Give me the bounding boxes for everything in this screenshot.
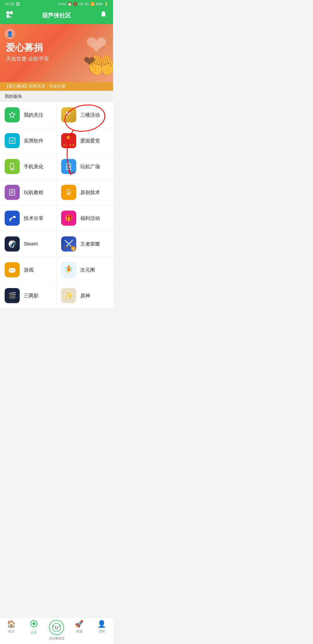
play-tutorial-icon [5, 185, 20, 200]
svg-rect-4 [10, 17, 12, 17]
battery-icon: 🔋 [104, 2, 108, 6]
svg-rect-22 [9, 268, 16, 273]
mute-icon: 🔕 [73, 2, 77, 6]
svg-point-21 [10, 245, 12, 247]
grid-item-useful-software[interactable]: 实用软件 [0, 128, 57, 154]
status-time: 14:20 🖼 [5, 2, 20, 6]
svg-rect-1 [10, 11, 13, 14]
svg-point-26 [14, 271, 15, 272]
status-icons: 0 K/s ⏰ 🔕 HD 4G 📶 89% 🔋 [58, 2, 108, 6]
grid-item-king-glory[interactable]: ⚔️ G 王者荣耀 [57, 231, 113, 257]
third-floor-label: 三楼活动 [80, 112, 100, 118]
svg-rect-0 [6, 11, 9, 14]
patriot-icon: ★★ ★ ★ ★ [61, 133, 76, 148]
genshin-label: 原神 [80, 292, 90, 299]
gaming-label: 游戏 [24, 267, 34, 273]
network-icon: 4G [85, 2, 89, 6]
useful-software-icon [5, 133, 20, 148]
steam-icon [5, 236, 20, 252]
grid-item-phone-beauty[interactable]: 手机美化 [0, 154, 57, 180]
tech-share-label: 技术分享 [24, 215, 43, 222]
banner-sub-text: 天佑甘肃 众盼平安 [6, 55, 49, 62]
svg-point-25 [13, 270, 14, 271]
grid-item-third-floor[interactable]: 三楼活动 [57, 102, 113, 128]
genshin-icon: ✨ [61, 288, 76, 303]
category-grid: 我的关注 三楼活动 实用软件 [0, 102, 113, 309]
grid-item-my-follow[interactable]: 我的关注 [0, 102, 57, 128]
sanliang-icon: 🎬 [5, 288, 20, 303]
grid-item-anime[interactable]: 🧚 次元阁 [57, 257, 113, 283]
king-glory-label: 王者荣耀 [80, 241, 100, 247]
king-glory-icon: ⚔️ G [61, 236, 76, 252]
app-header: 葫芦侠社区 [0, 8, 113, 24]
status-bar: 14:20 🖼 0 K/s ⏰ 🔕 HD 4G 📶 89% 🔋 [0, 0, 113, 8]
banner-main-text: 爱心募捐 [6, 41, 43, 54]
grid-item-patriot[interactable]: ★★ ★ ★ ★ 爱国爱党 [57, 128, 113, 154]
svg-rect-2 [6, 15, 9, 18]
anime-label: 次元阁 [80, 267, 95, 273]
grid-item-sanliang[interactable]: 🎬 三两影 [0, 283, 57, 309]
welfare-label: 福利活动 [80, 215, 100, 222]
grid-item-gaming[interactable]: 游戏 [0, 257, 57, 283]
signal-icon: 📶 [90, 2, 95, 6]
phone-beauty-icon [5, 159, 20, 174]
welfare-icon: 🎁 [61, 211, 76, 226]
content-area: 我的关注 三楼活动 实用软件 [0, 102, 113, 332]
menu-icon[interactable] [6, 11, 13, 20]
anime-icon: 🧚 [61, 262, 76, 277]
svg-point-9 [12, 169, 13, 169]
banner-user-icon: 👤 [5, 29, 15, 39]
grid-item-original-tech[interactable]: 原创技术 [57, 180, 113, 205]
grid-item-welfare[interactable]: 🎁 福利活动 [57, 205, 113, 231]
sanliang-label: 三两影 [24, 292, 39, 299]
my-follow-icon [5, 107, 20, 122]
banner-caption: 【爱心募捐】同舟共济，天佑甘肃 [0, 82, 113, 91]
alarm-icon: ⏰ [68, 2, 72, 6]
grid-item-tech-share[interactable]: 技术分享 [0, 205, 57, 231]
useful-software-label: 实用软件 [24, 138, 43, 144]
grid-item-genshin[interactable]: ✨ 原神 [57, 283, 113, 309]
phone-beauty-label: 手机美化 [24, 163, 43, 170]
banner-small-heart: ❤ [83, 53, 96, 70]
section-header: 我的版块 [0, 91, 113, 102]
photo-icon: 🖼 [16, 2, 20, 6]
original-tech-label: 原创技术 [80, 189, 100, 196]
svg-rect-6 [9, 138, 15, 144]
play-plaza-label: 玩机广场 [80, 163, 100, 170]
grid-item-play-tutorial[interactable]: 玩机教程 [0, 180, 57, 205]
banner[interactable]: 👤 爱心募捐 天佑甘肃 众盼平安 ❤ 🤲 ❤ [0, 24, 113, 82]
grid-item-play-plaza[interactable]: 玩机广场 [57, 154, 113, 180]
play-plaza-icon [61, 159, 76, 174]
original-tech-icon [61, 185, 76, 200]
bell-icon[interactable] [100, 11, 107, 20]
svg-rect-5 [66, 112, 67, 118]
tech-share-icon [5, 211, 20, 226]
my-follow-label: 我的关注 [24, 112, 43, 118]
hd-badge: HD [79, 2, 83, 6]
header-title: 葫芦侠社区 [42, 12, 71, 19]
steam-label: Steam [24, 241, 38, 247]
svg-point-16 [67, 190, 70, 193]
patriot-label: 爱国爱党 [80, 138, 100, 144]
gaming-icon [5, 262, 20, 277]
third-floor-icon [61, 107, 76, 122]
grid-item-steam[interactable]: Steam [0, 231, 57, 257]
svg-point-18 [14, 216, 15, 218]
play-tutorial-label: 玩机教程 [24, 189, 43, 196]
